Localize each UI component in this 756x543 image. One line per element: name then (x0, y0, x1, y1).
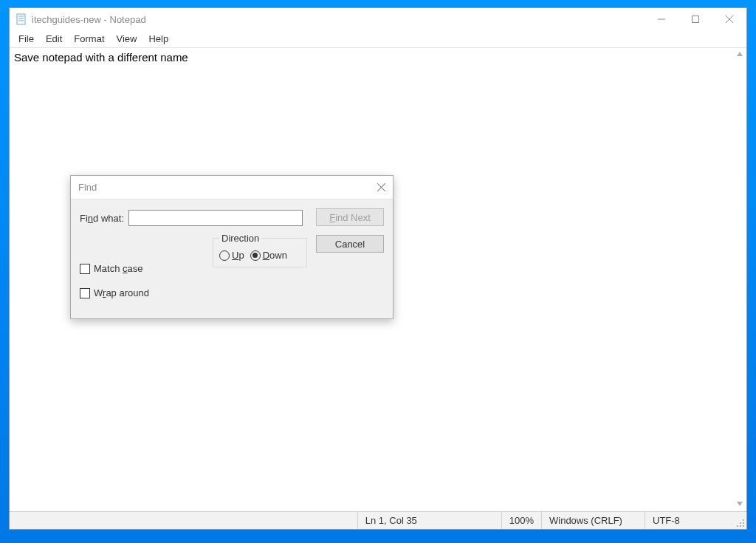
scroll-up-icon[interactable] (736, 50, 743, 59)
titlebar: itechguides-new - Notepad (10, 8, 746, 30)
vertical-scrollbar[interactable] (733, 48, 746, 511)
svg-point-12 (740, 525, 741, 527)
menu-edit[interactable]: Edit (40, 32, 68, 46)
menubar: File Edit Format View Help (10, 30, 746, 48)
find-dialog-title: Find (78, 182, 97, 193)
match-case-checkbox[interactable]: Match case (80, 263, 149, 274)
find-dialog: Find Find what: Find Next Cancel Directi… (70, 175, 394, 319)
resize-grip[interactable] (733, 512, 746, 529)
maximize-button[interactable] (678, 8, 712, 30)
status-position: Ln 1, Col 35 (357, 512, 501, 529)
find-dialog-close-button[interactable] (369, 176, 393, 199)
match-case-label: Match case (94, 263, 142, 274)
status-line-ending: Windows (CRLF) (541, 512, 645, 529)
menu-help[interactable]: Help (142, 32, 174, 46)
close-button[interactable] (712, 8, 746, 30)
svg-marker-8 (737, 52, 743, 56)
checkbox-icon (80, 264, 90, 274)
svg-point-15 (737, 525, 738, 527)
notepad-app-icon (16, 13, 27, 25)
menu-format[interactable]: Format (68, 32, 110, 46)
minimize-button[interactable] (645, 8, 678, 30)
wrap-around-label: Wrap around (94, 287, 149, 298)
svg-marker-9 (737, 502, 743, 506)
radio-icon (219, 250, 230, 261)
find-what-label: Find what: (80, 213, 124, 224)
menu-file[interactable]: File (13, 32, 40, 46)
wrap-around-checkbox[interactable]: Wrap around (80, 287, 149, 298)
direction-up-radio[interactable]: Up (219, 250, 244, 261)
find-what-input[interactable] (128, 210, 303, 226)
statusbar: Ln 1, Col 35 100% Windows (CRLF) UTF-8 (10, 511, 746, 529)
svg-point-14 (740, 522, 741, 524)
find-dialog-titlebar: Find (71, 176, 393, 199)
direction-legend: Direction (219, 233, 261, 244)
svg-point-13 (743, 519, 744, 521)
status-empty (10, 512, 357, 529)
scroll-down-icon[interactable] (736, 500, 743, 509)
menu-view[interactable]: View (111, 32, 143, 46)
cancel-button[interactable]: Cancel (316, 235, 384, 253)
notepad-window: itechguides-new - Notepad File Edit Form… (9, 7, 747, 530)
status-encoding: UTF-8 (645, 512, 733, 529)
status-zoom: 100% (501, 512, 541, 529)
direction-down-label: Down (263, 250, 287, 261)
find-next-button[interactable]: Find Next (316, 208, 384, 226)
radio-icon (250, 250, 261, 261)
editor-content: Save notepad with a different name (14, 51, 188, 64)
direction-up-label: Up (232, 250, 244, 261)
svg-point-11 (743, 522, 744, 524)
direction-down-radio[interactable]: Down (250, 250, 287, 261)
svg-rect-5 (693, 16, 699, 23)
window-title: itechguides-new - Notepad (32, 14, 146, 25)
direction-group: Direction Up Down (213, 238, 307, 267)
svg-point-10 (743, 525, 744, 527)
checkbox-icon (80, 288, 90, 298)
svg-rect-0 (17, 14, 25, 24)
